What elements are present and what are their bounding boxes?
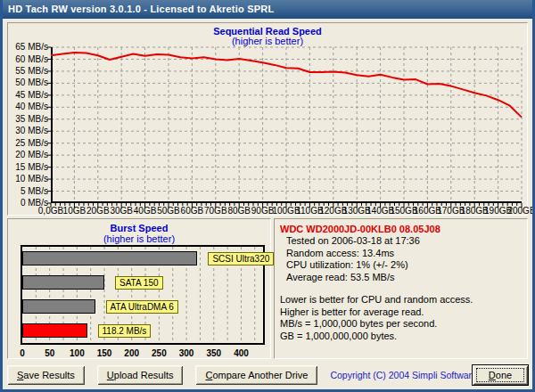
y-axis-label: 50 MB/s [10, 78, 48, 88]
x-axis-label: 200GB [503, 206, 535, 216]
burst-bar [22, 275, 104, 290]
save-results-button[interactable]: Save Results [7, 365, 85, 385]
results-info-panel: WDC WD2000JD-00KLB0 08.05J08 Tested on 2… [274, 218, 528, 359]
done-label: Done [473, 370, 528, 380]
read-chart-subtitle: (higher is better) [8, 36, 527, 46]
burst-speed-bar-chart: SCSI Ultra320SATA 150ATA UltraDMA 6118.2… [21, 245, 265, 345]
tested-on-text: Tested on 2006-03-18 at 17:36 [280, 235, 522, 248]
title-bar[interactable]: HD Tach RW version 3.0.1.0 - Licensed to… [3, 0, 532, 19]
drive-model-text: WDC WD2000JD-00KLB0 08.05J08 [280, 223, 522, 235]
y-axis-label: 45 MB/s [10, 90, 48, 101]
burst-bar [22, 323, 87, 338]
burst-x-axis-label: 350 [201, 348, 227, 359]
compare-another-drive-button[interactable]: Compare Another Drive [195, 365, 317, 385]
y-axis-label: 60 MB/s [10, 54, 48, 65]
y-axis-label: 20 MB/s [10, 150, 48, 160]
y-axis-label: 55 MB/s [10, 66, 48, 77]
sequential-read-panel: Sequential Read Speed (higher is better)… [7, 22, 528, 216]
random-access-text: Random access: 13.4ms [280, 248, 522, 260]
upload-results-label: Upload Results [107, 370, 174, 380]
burst-x-axis-label: 250 [145, 348, 172, 359]
window-content: Sequential Read Speed (higher is better)… [3, 19, 532, 389]
y-axis-label: 10 MB/s [10, 174, 48, 184]
y-axis-label: 15 MB/s [10, 162, 48, 173]
y-axis-label: 30 MB/s [10, 126, 48, 136]
average-read-text: Average read: 53.5 MB/s [280, 272, 522, 284]
copyright-text: Copyright (C) 2004 Simpli Software, Inc.… [330, 370, 473, 380]
window-title: HD Tach RW version 3.0.1.0 - Licensed to… [8, 4, 274, 14]
burst-bar-label: SCSI Ultra320 [208, 252, 274, 265]
note-higher-better: Higher is better for average read. [280, 306, 522, 319]
burst-x-axis-label: 200 [119, 348, 145, 359]
burst-bar [22, 251, 197, 265]
cpu-utilization-text: CPU utilization: 1% (+/- 2%) [280, 259, 522, 272]
burst-bar [22, 299, 95, 314]
burst-x-axis-label: 0 [9, 348, 36, 359]
done-button[interactable]: Done [473, 365, 528, 385]
read-speed-line-chart [51, 47, 522, 203]
y-axis-label: 40 MB/s [10, 102, 48, 112]
burst-x-axis-label: 400 [228, 348, 255, 359]
note-lower-better: Lower is better for CPU and random acces… [280, 294, 522, 306]
note-gb-def: GB = 1,000,000,000 bytes. [280, 331, 522, 343]
burst-x-axis-label: 50 [37, 348, 63, 359]
burst-x-axis-label: 100 [63, 348, 90, 359]
burst-x-axis-label: 150 [91, 348, 118, 359]
hd-tach-window: HD Tach RW version 3.0.1.0 - Licensed to… [0, 0, 535, 392]
y-axis-label: 25 MB/s [10, 138, 48, 149]
burst-x-axis-label: 300 [173, 348, 200, 359]
upload-results-button[interactable]: Upload Results [97, 365, 184, 385]
burst-chart-title: Burst Speed [8, 223, 270, 233]
bottom-button-row: Save Results Upload Results Compare Anot… [7, 365, 528, 385]
note-mbs-def: MB/s = 1,000,000 bytes per second. [280, 318, 522, 331]
save-results-label: Save Results [17, 370, 75, 380]
burst-chart-subtitle: (higher is better) [8, 233, 270, 244]
y-axis-label: 35 MB/s [10, 114, 48, 125]
burst-bar-label: ATA UltraDMA 6 [106, 300, 178, 314]
burst-bar-label: SATA 150 [115, 276, 163, 290]
burst-speed-panel: Burst Speed (higher is better) SCSI Ultr… [7, 218, 271, 359]
y-axis-label: 65 MB/s [10, 42, 48, 53]
burst-bar-label: 118.2 MB/s [98, 324, 152, 338]
y-axis-label: 5 MB/s [10, 186, 48, 197]
compare-another-drive-label: Compare Another Drive [205, 370, 308, 380]
